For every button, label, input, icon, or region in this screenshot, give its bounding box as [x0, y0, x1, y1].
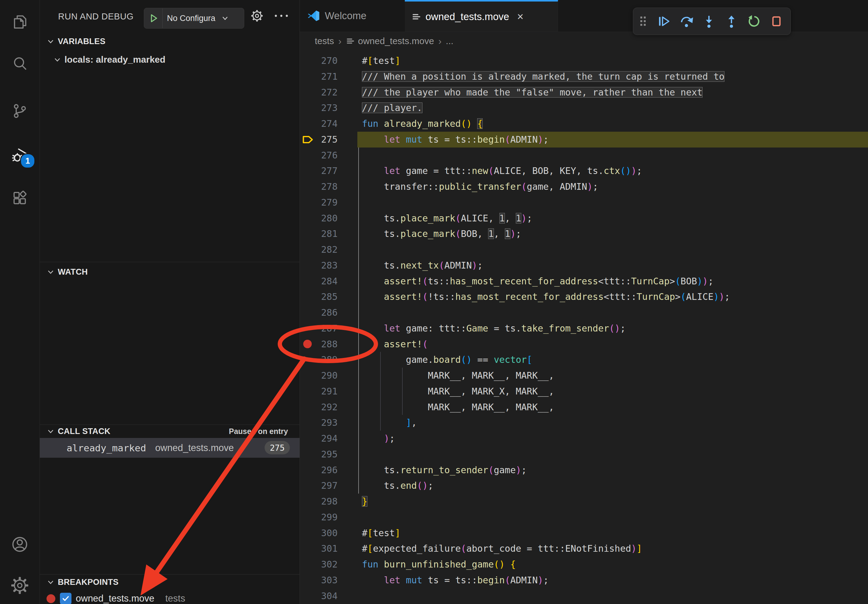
- gutter[interactable]: 291: [300, 384, 357, 399]
- search-icon[interactable]: [0, 45, 40, 82]
- line-number[interactable]: 287: [321, 321, 338, 336]
- more-actions-icon[interactable]: [273, 13, 289, 18]
- code-text[interactable]: let game: ttt::Game = ts.take_from_sende…: [357, 321, 868, 336]
- debug-settings-gear-icon[interactable]: [250, 9, 264, 23]
- line-number[interactable]: 280: [321, 211, 338, 226]
- gutter[interactable]: 279: [300, 195, 357, 211]
- code-text[interactable]: ts.next_tx(ADMIN);: [357, 258, 868, 273]
- code-text[interactable]: /// player.: [357, 100, 868, 116]
- code-text[interactable]: );: [357, 431, 868, 446]
- breakpoint-row[interactable]: owned_tests.move tests 288: [40, 589, 299, 604]
- settings-gear-icon[interactable]: [0, 567, 40, 604]
- line-number[interactable]: 276: [321, 147, 338, 163]
- step-into-button[interactable]: [698, 8, 720, 35]
- gutter[interactable]: 282: [300, 242, 357, 258]
- gutter[interactable]: 274: [300, 116, 357, 132]
- code-text[interactable]: fun already_marked() {: [357, 116, 868, 132]
- line-number[interactable]: 272: [321, 85, 338, 101]
- line-number[interactable]: 293: [321, 415, 338, 431]
- line-number[interactable]: 274: [321, 116, 338, 132]
- gutter[interactable]: 276: [300, 147, 357, 163]
- code-text[interactable]: ts.end();: [357, 478, 868, 494]
- line-number[interactable]: 271: [321, 69, 338, 85]
- gutter[interactable]: 293: [300, 415, 357, 431]
- section-watch[interactable]: WATCH: [40, 264, 299, 280]
- gutter[interactable]: 297: [300, 478, 357, 494]
- line-number[interactable]: 282: [321, 242, 338, 258]
- line-number[interactable]: 289: [321, 352, 338, 368]
- start-debug-icon[interactable]: [149, 13, 159, 23]
- close-icon[interactable]: ×: [517, 10, 524, 23]
- line-number[interactable]: 304: [321, 588, 338, 604]
- line-number[interactable]: 303: [321, 572, 338, 588]
- code-text[interactable]: /// When a position is already marked, t…: [357, 69, 868, 85]
- gutter[interactable]: 303: [300, 572, 357, 588]
- gutter[interactable]: 285: [300, 289, 357, 305]
- gutter[interactable]: 298: [300, 494, 357, 510]
- section-call-stack[interactable]: CALL STACK Paused on entry: [40, 425, 299, 438]
- line-number[interactable]: 278: [321, 179, 338, 195]
- gutter[interactable]: 271: [300, 69, 357, 85]
- line-number[interactable]: 286: [321, 305, 338, 321]
- line-number[interactable]: 301: [321, 541, 338, 556]
- line-number[interactable]: 298: [321, 494, 338, 510]
- code-text[interactable]: MARK__, MARK_X, MARK__,: [357, 384, 868, 399]
- code-text[interactable]: [357, 305, 868, 321]
- line-number[interactable]: 299: [321, 510, 338, 525]
- gutter[interactable]: 304: [300, 588, 357, 604]
- gutter[interactable]: 283: [300, 258, 357, 273]
- code-text[interactable]: [357, 195, 868, 211]
- tab-owned-tests[interactable]: owned_tests.move ×: [405, 0, 558, 32]
- run-and-debug-icon[interactable]: 1: [0, 137, 40, 173]
- section-variables[interactable]: VARIABLES: [40, 34, 299, 49]
- gutter[interactable]: 292: [300, 399, 357, 415]
- line-number[interactable]: 283: [321, 258, 338, 273]
- code-text[interactable]: fun burn_unfinished_game() {: [357, 556, 868, 572]
- code-text[interactable]: [357, 446, 868, 462]
- line-number[interactable]: 296: [321, 462, 338, 478]
- line-number[interactable]: 284: [321, 273, 338, 289]
- breadcrumb-symbol[interactable]: ...: [446, 36, 453, 46]
- code-text[interactable]: let game = ttt::new(ALICE, BOB, KEY, ts.…: [357, 163, 868, 179]
- code-text[interactable]: MARK__, MARK__, MARK__,: [357, 399, 868, 415]
- line-number[interactable]: 270: [321, 53, 338, 69]
- gutter[interactable]: 295: [300, 446, 357, 462]
- breadcrumb-file[interactable]: owned_tests.move: [358, 36, 434, 46]
- gutter[interactable]: 277: [300, 163, 357, 179]
- gutter[interactable]: 288: [300, 336, 357, 352]
- code-text[interactable]: [357, 510, 868, 525]
- continue-button[interactable]: [653, 8, 675, 35]
- gutter[interactable]: 299: [300, 510, 357, 525]
- code-text[interactable]: #[expected_failure(abort_code = ttt::ENo…: [357, 541, 868, 556]
- gutter[interactable]: 272: [300, 85, 357, 101]
- code-text[interactable]: #[test]: [357, 525, 868, 541]
- code-text[interactable]: [357, 242, 868, 258]
- line-number[interactable]: 273: [321, 100, 338, 116]
- code-text[interactable]: ts.return_to_sender(game);: [357, 462, 868, 478]
- code-text[interactable]: /// the player who made the "false" move…: [357, 85, 868, 101]
- line-number[interactable]: 300: [321, 525, 338, 541]
- gutter[interactable]: 290: [300, 368, 357, 384]
- code-text[interactable]: ts.place_mark(BOB, 1, 1);: [357, 226, 868, 242]
- code-text[interactable]: [357, 147, 868, 163]
- code-text[interactable]: MARK__, MARK__, MARK__,: [357, 368, 868, 384]
- gutter[interactable]: 273: [300, 100, 357, 116]
- section-breakpoints[interactable]: BREAKPOINTS: [40, 575, 299, 590]
- stack-frame-row[interactable]: already_marked owned_tests.move 275: [40, 438, 299, 458]
- source-control-icon[interactable]: [0, 93, 40, 129]
- gutter[interactable]: 294: [300, 431, 357, 446]
- explorer-icon[interactable]: [0, 4, 40, 40]
- account-icon[interactable]: [0, 526, 40, 563]
- gutter[interactable]: 301: [300, 541, 357, 556]
- line-number[interactable]: 288: [321, 336, 338, 352]
- code-text[interactable]: ],: [357, 415, 868, 431]
- gutter[interactable]: 278: [300, 179, 357, 195]
- gutter[interactable]: 284: [300, 273, 357, 289]
- line-number[interactable]: 302: [321, 556, 338, 572]
- breakpoint-checkbox[interactable]: [60, 593, 71, 604]
- gutter[interactable]: 270: [300, 53, 357, 69]
- stop-button[interactable]: [765, 8, 788, 35]
- gutter[interactable]: 300: [300, 525, 357, 541]
- code-text[interactable]: game.board() == vector[: [357, 352, 868, 368]
- gutter[interactable]: 289: [300, 352, 357, 368]
